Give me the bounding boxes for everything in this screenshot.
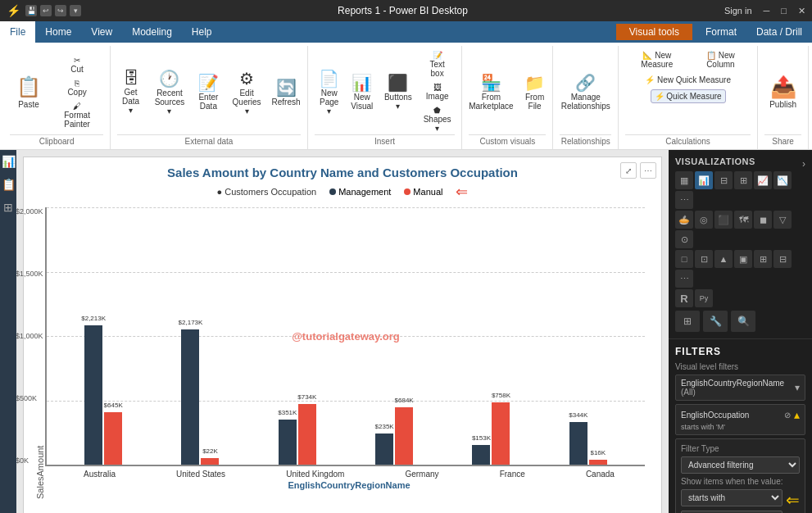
- filter-occupation-expand-arrow[interactable]: ▴: [794, 408, 800, 421]
- legend-dot-management: Management: [329, 187, 391, 197]
- minimize-btn[interactable]: ─: [764, 6, 770, 16]
- refresh-button[interactable]: 🔄 Refresh: [270, 76, 302, 108]
- viz-icon-donut[interactable]: ◎: [695, 211, 713, 229]
- close-btn[interactable]: ✕: [798, 6, 805, 16]
- bar-france-dark[interactable]: $153K: [472, 445, 490, 465]
- viz-icon-filled-map[interactable]: ◼: [754, 211, 772, 229]
- buttons-button[interactable]: ⬛ Buttons ▾: [380, 71, 416, 112]
- sidebar-report-icon[interactable]: 📊: [0, 153, 17, 170]
- viz-icon-pie[interactable]: 🥧: [675, 211, 693, 229]
- bar-uk-dark[interactable]: $351K: [279, 420, 297, 465]
- viz-icon-scatter[interactable]: ⋯: [675, 191, 693, 209]
- sidebar-data-icon[interactable]: 📋: [0, 176, 17, 193]
- get-data-button[interactable]: 🗄 GetData ▾: [116, 67, 146, 116]
- format-painter-button[interactable]: 🖌 Format Painter: [51, 100, 103, 130]
- tab-format[interactable]: Format: [696, 21, 746, 43]
- bar-australia-red[interactable]: $645K: [104, 412, 122, 465]
- edit-queries-button[interactable]: ⚙ EditQueries ▾: [228, 67, 265, 117]
- viz-icon-100-bar[interactable]: ⊞: [734, 171, 752, 189]
- bar-us-dark[interactable]: $2,173K: [181, 329, 199, 465]
- filter-detail-occupation: Filter Type Advanced filtering Basic fil…: [675, 438, 805, 513]
- sidebar-model-icon[interactable]: ⊞: [2, 199, 15, 216]
- viz-icon-matrix[interactable]: ⊞: [754, 250, 772, 268]
- bar-germany-red[interactable]: $684K: [395, 407, 413, 465]
- viz-icon-stacked-bar[interactable]: ⊟: [714, 171, 733, 189]
- viz-title: VISUALIZATIONS: [675, 157, 755, 166]
- redo-icon[interactable]: ↪: [55, 5, 66, 16]
- y-label-1000k: $1,000K: [16, 332, 43, 340]
- ribbon-group-insert: 📄 NewPage ▾ 📊 NewVisual ⬛ Buttons ▾ 📝 Te…: [308, 46, 463, 149]
- shapes-button[interactable]: ⬟ Shapes ▾: [420, 104, 455, 134]
- filter-country-expand[interactable]: ▾: [795, 382, 800, 393]
- bar-us-red[interactable]: $22K: [201, 458, 219, 465]
- viz-icon-r[interactable]: R: [675, 289, 693, 307]
- bar-canada-red[interactable]: $16K: [589, 460, 607, 465]
- shapes-icon: ⬟: [433, 106, 441, 115]
- tab-modeling[interactable]: Modeling: [122, 21, 182, 43]
- tab-data-drill[interactable]: Data / Drill: [746, 21, 812, 43]
- from-marketplace-button[interactable]: 🏪 FromMarketplace: [465, 71, 516, 112]
- viz-icon-card[interactable]: □: [675, 250, 693, 268]
- quick-measure-button[interactable]: ⚡ Quick Measure: [651, 89, 726, 103]
- viz-icon-map[interactable]: 🗺: [734, 211, 752, 229]
- new-quick-measure-button[interactable]: ⚡ New Quick Measure: [642, 74, 734, 86]
- viz-icon-treemap[interactable]: ⬛: [714, 211, 733, 229]
- viz-icon-line[interactable]: 📈: [754, 171, 772, 189]
- manage-relationships-button[interactable]: 🔗 ManageRelationships: [558, 71, 614, 112]
- more-icon[interactable]: ▾: [70, 5, 81, 16]
- filter-type-select[interactable]: Advanced filtering Basic filtering: [681, 456, 800, 474]
- focus-mode-btn[interactable]: ⤢: [620, 162, 637, 179]
- paste-button[interactable]: 📋 Paste: [10, 72, 48, 112]
- new-column-button[interactable]: 📋 New Column: [691, 49, 751, 70]
- tab-file[interactable]: File: [0, 21, 35, 43]
- viz-icon-table[interactable]: ▦: [675, 171, 693, 189]
- bar-australia-dark[interactable]: $2,213K: [84, 325, 102, 465]
- filter-item-occupation[interactable]: EnglishOccupation ⊘ ▴ starts with 'M': [675, 404, 805, 435]
- bar-france-red[interactable]: $758K: [492, 402, 510, 465]
- bar-uk-red[interactable]: $734K: [298, 404, 316, 465]
- viz-icon-slicer[interactable]: ▣: [734, 250, 752, 268]
- cut-button[interactable]: ✂ Cut: [51, 54, 103, 75]
- sign-in[interactable]: Sign in: [724, 6, 752, 16]
- recent-sources-button[interactable]: 🕐 RecentSources ▾: [151, 67, 189, 117]
- maximize-btn[interactable]: □: [781, 6, 787, 16]
- enter-data-button[interactable]: 📝 EnterData: [193, 71, 223, 112]
- text-box-button[interactable]: 📝 Text box: [420, 49, 455, 79]
- new-measure-button[interactable]: 📐 New Measure: [625, 49, 689, 70]
- tab-home[interactable]: Home: [35, 21, 81, 43]
- more-options-btn[interactable]: ⋯: [640, 162, 656, 179]
- viz-icon-funnel[interactable]: ▽: [773, 211, 792, 229]
- filter-item-country[interactable]: EnglishCountryRegionName (All) ▾: [675, 375, 805, 401]
- bar-canada-dark[interactable]: $344K: [569, 422, 587, 465]
- viz-icon-waterfall[interactable]: ⊟: [773, 250, 792, 268]
- publish-button[interactable]: 📤 Publish: [763, 71, 803, 112]
- viz-icon-py[interactable]: Py: [695, 289, 713, 307]
- copy-button[interactable]: ⎘ Copy: [51, 77, 103, 98]
- viz-icon-bar[interactable]: 📊: [695, 171, 713, 189]
- viz-analytics-btn[interactable]: 🔍: [731, 311, 755, 332]
- viz-icon-area[interactable]: 📉: [773, 171, 792, 189]
- viz-icon-gauge[interactable]: ⊙: [675, 230, 693, 248]
- filter-occupation-clear[interactable]: ⊘: [784, 411, 791, 420]
- save-icon[interactable]: 💾: [25, 5, 37, 16]
- viz-icon-multi-card[interactable]: ⊡: [695, 250, 713, 268]
- bar-germany-dark[interactable]: $235K: [375, 434, 393, 465]
- undo-icon[interactable]: ↩: [40, 5, 52, 16]
- viz-expand-icon[interactable]: ›: [802, 158, 805, 170]
- viz-format-btn[interactable]: 🔧: [703, 311, 728, 332]
- viz-icon-more[interactable]: ⋯: [675, 270, 693, 288]
- filter-value-input[interactable]: [681, 511, 783, 514]
- viz-fields-btn[interactable]: ⊞: [675, 311, 700, 332]
- title-bar-left: ⚡ 💾 ↩ ↪ ▾: [7, 4, 81, 17]
- tab-view[interactable]: View: [81, 21, 122, 43]
- new-visual-button[interactable]: 📊 NewVisual: [347, 71, 377, 112]
- tab-help[interactable]: Help: [182, 21, 222, 43]
- visual-tools-tab[interactable]: Visual tools: [616, 24, 692, 40]
- viz-icon-kpi[interactable]: ▲: [714, 250, 733, 268]
- arrow-annotation: ⇐: [456, 183, 468, 201]
- image-button[interactable]: 🖼 Image: [420, 81, 455, 102]
- from-file-button[interactable]: 📁 FromFile: [520, 71, 550, 112]
- chart-canvas: ⤢ ⋯ Sales Amount by Country Name and Cus…: [23, 157, 662, 513]
- new-page-button[interactable]: 📄 NewPage ▾: [315, 67, 344, 117]
- filter-operator-select[interactable]: starts with contains is is not: [681, 489, 783, 506]
